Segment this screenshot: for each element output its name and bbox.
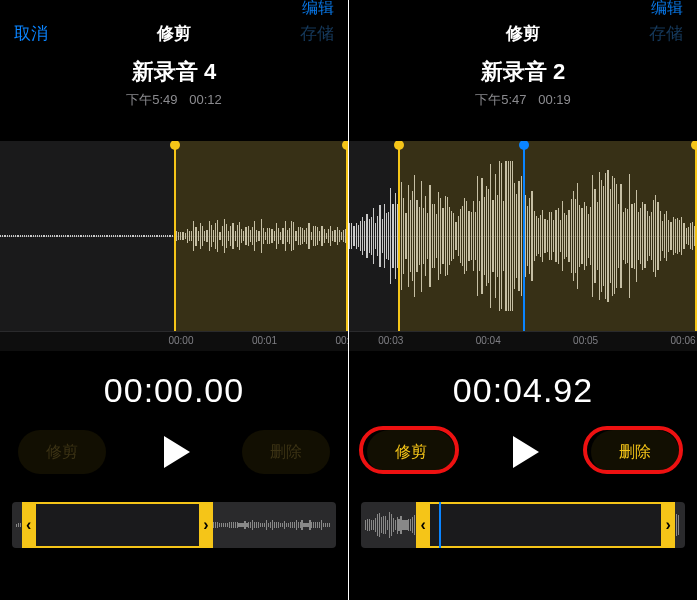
ruler-tick: 00:02 (335, 335, 349, 346)
recording-time: 下午5:49 (126, 92, 177, 107)
waveform-region[interactable] (0, 141, 348, 331)
scrubber-handle-right[interactable]: › (199, 504, 213, 546)
scrubber-selection[interactable]: ‹ › (416, 502, 675, 548)
ruler-tick: 00:00 (168, 335, 193, 346)
nav-title: 修剪 (419, 22, 627, 45)
trim-button-label: 修剪 (46, 442, 78, 463)
controls-row: 修剪 删除 (0, 430, 348, 474)
recording-header: 新录音 4 下午5:49 00:12 (0, 57, 348, 109)
ruler-tick: 00:06 (671, 335, 696, 346)
timecode: 00:00.00 (0, 371, 348, 410)
nav-bar: 修剪 存储 (349, 0, 697, 53)
recording-time: 下午5:47 (475, 92, 526, 107)
recording-duration: 00:12 (189, 92, 222, 107)
ruler-tick: 00:05 (573, 335, 598, 346)
scrubber-handle-right[interactable]: › (661, 504, 675, 546)
scrubber[interactable]: ‹ › (361, 502, 685, 548)
save-button[interactable]: 存储 (627, 22, 683, 45)
trim-button-label: 修剪 (395, 442, 427, 463)
scrubber-handle-left[interactable]: ‹ (22, 504, 36, 546)
ruler-tick: 00:01 (252, 335, 277, 346)
waveform-region[interactable] (349, 141, 697, 331)
delete-button-label: 删除 (270, 442, 302, 463)
timecode: 00:04.92 (349, 371, 697, 410)
nav-bar: 取消 修剪 存储 (0, 0, 348, 53)
selection-region[interactable] (174, 141, 348, 331)
recording-name: 新录音 4 (0, 57, 348, 87)
edit-label-peek: 编辑 (302, 0, 334, 19)
scrubber-handle-left[interactable]: ‹ (416, 504, 430, 546)
delete-button[interactable]: 删除 (591, 430, 679, 474)
ruler-tick: 00:03 (378, 335, 403, 346)
scrubber-playhead[interactable] (439, 502, 441, 548)
ruler-tick: 00:04 (476, 335, 501, 346)
scrubber-selection[interactable]: ‹ › (22, 502, 213, 548)
time-ruler: 00:0300:0400:0500:06 (349, 331, 697, 351)
trim-button[interactable]: 修剪 (18, 430, 106, 474)
controls-row: 修剪 删除 (349, 430, 697, 474)
delete-button-label: 删除 (619, 442, 651, 463)
time-ruler: 00:0000:0100:02 (0, 331, 348, 351)
recording-name: 新录音 2 (349, 57, 697, 87)
cancel-button[interactable]: 取消 (14, 22, 70, 45)
recording-header: 新录音 2 下午5:47 00:19 (349, 57, 697, 109)
recording-duration: 00:19 (538, 92, 571, 107)
play-button[interactable] (513, 436, 539, 468)
delete-button[interactable]: 删除 (242, 430, 330, 474)
edit-label-peek: 编辑 (651, 0, 683, 19)
scrubber[interactable]: ‹ › (12, 502, 336, 548)
play-button[interactable] (164, 436, 190, 468)
nav-title: 修剪 (70, 22, 278, 45)
playhead[interactable] (523, 141, 525, 331)
selection-region[interactable] (398, 141, 697, 331)
save-button[interactable]: 存储 (278, 22, 334, 45)
trim-button[interactable]: 修剪 (367, 430, 455, 474)
